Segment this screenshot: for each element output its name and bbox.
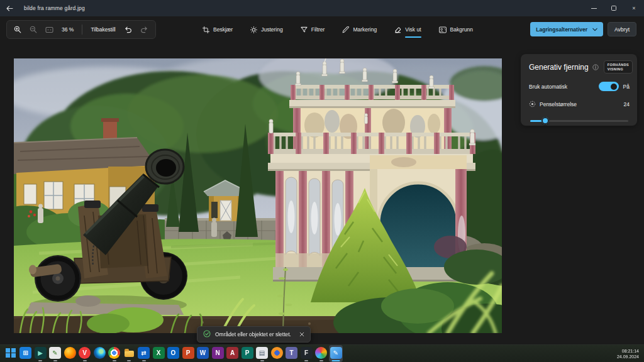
text-editor-icon: ✎ [49, 347, 61, 359]
generative-erase-panel: Generativ fjerning FORHÅNDS VISNING Bruk… [521, 54, 637, 126]
brush-size-label: Penselstørrelse [540, 101, 577, 107]
fit-screen-button[interactable] [45, 26, 53, 33]
minimize-button[interactable] [584, 0, 604, 16]
maximize-icon [611, 6, 616, 11]
taskbar-app-text-editor[interactable]: ✎ [48, 345, 62, 362]
start-icon [5, 347, 17, 359]
photo-canvas[interactable] [14, 58, 502, 333]
tab-label: Markering [353, 26, 377, 33]
zoom-out-button[interactable] [30, 26, 37, 33]
reset-button[interactable]: Tilbakestill [91, 26, 115, 33]
preview-badge-line2: VISNING [608, 67, 629, 72]
save-options-label: Lagringsalternativer [536, 26, 587, 33]
tab-label: Filtrer [311, 26, 325, 33]
window-title: bilde fra ramme gård.jpg [24, 5, 85, 11]
markup-icon [342, 26, 349, 33]
firefox-icon [64, 347, 76, 359]
tab-label: Beskjær [213, 26, 233, 33]
vivaldi-icon: V [79, 347, 91, 359]
taskbar-app-store[interactable]: ⊞ [19, 345, 33, 362]
teamviewer-icon: ⇄ [138, 347, 150, 359]
taskbar-app-edge-browser[interactable] [92, 345, 106, 362]
minimize-icon [591, 8, 597, 9]
taskbar-app-vivaldi[interactable]: V [78, 345, 92, 362]
tab-label: Visk ut [405, 26, 421, 33]
adjust-icon [250, 26, 257, 33]
tab-justering[interactable]: Justering [250, 26, 283, 33]
panel-title: Generativ fjerning [529, 63, 589, 72]
colorful-app-icon [315, 347, 327, 359]
store-icon: ⊞ [19, 347, 31, 359]
undo-button[interactable] [124, 26, 132, 33]
access-icon: A [226, 347, 238, 359]
divider [82, 25, 82, 35]
close-button[interactable]: × [624, 0, 644, 16]
photos-app-window: bilde fra ramme gård.jpg × 36 % Tilbakes… [0, 0, 644, 362]
taskbar-app-powerpoint[interactable]: P [181, 345, 195, 362]
redo-button[interactable] [140, 26, 148, 33]
tab-filtrer[interactable]: Filtrer [301, 26, 325, 33]
tab-beskjaer[interactable]: Beskjær [203, 26, 233, 33]
taskbar-app-word[interactable]: W [196, 345, 210, 362]
taskbar-app-outlook[interactable]: O [167, 345, 180, 362]
preview-badge-line1: FORHÅNDS [608, 63, 629, 67]
tab-bakgrunn[interactable]: Bakgrunn [439, 26, 473, 33]
maximize-button[interactable] [604, 0, 624, 16]
teams-icon: T [286, 347, 297, 359]
tab-visk-ut[interactable]: Visk ut [394, 26, 421, 33]
check-circle-icon [203, 329, 211, 340]
erase-icon [394, 26, 401, 33]
taskbar-app-media-player[interactable]: ▶ [33, 345, 47, 362]
zoom-level-value[interactable]: 36 % [62, 26, 74, 33]
zoom-in-button[interactable] [14, 26, 21, 33]
chevron-down-icon [592, 26, 597, 33]
outlook-icon: O [167, 347, 179, 359]
auto-apply-toggle[interactable] [599, 82, 619, 91]
edge-browser-icon [94, 347, 106, 359]
media-player-icon: ▶ [35, 347, 47, 359]
taskbar-app-access[interactable]: A [226, 345, 240, 362]
arrow-left-icon [6, 3, 13, 14]
taskbar-clock[interactable]: 08:21:14 24.09.2024 [617, 348, 639, 359]
save-options-button[interactable]: Lagringsalternativer [530, 22, 603, 36]
taskbar-app-teamviewer[interactable]: ⇄ [137, 345, 151, 362]
toolbar: 36 % Tilbakestill Beskjær Justering Filt… [0, 16, 644, 48]
taskbar-app-firefox[interactable] [63, 345, 77, 362]
taskbar-app-start[interactable] [4, 345, 18, 362]
taskbar-app-onenote[interactable]: N [211, 345, 225, 362]
success-toast: Området eller objektet er slettet. [197, 326, 311, 343]
taskbar-app-photos-editor[interactable]: ✎ [329, 345, 343, 362]
powerpoint-icon: P [182, 347, 194, 359]
brush-size-icon [529, 99, 536, 110]
slider-thumb[interactable] [541, 117, 549, 124]
cancel-button[interactable]: Avbryt [608, 22, 636, 36]
taskbar-app-paint-app[interactable] [270, 345, 284, 362]
scanner-app-icon: ▤ [256, 347, 268, 359]
toast-close-button[interactable] [299, 332, 304, 337]
preview-badge: FORHÅNDS VISNING [604, 60, 633, 74]
taskbar-app-f-app[interactable]: F [299, 345, 313, 362]
taskbar-app-file-explorer[interactable] [122, 345, 136, 362]
auto-apply-label: Bruk automatisk [529, 84, 567, 90]
info-icon[interactable] [592, 62, 599, 73]
filter-icon [301, 26, 308, 33]
chrome-icon [108, 347, 120, 359]
brush-size-slider[interactable] [529, 117, 630, 124]
taskbar-app-chrome[interactable] [108, 345, 121, 362]
tab-markering[interactable]: Markering [342, 26, 377, 33]
photos-editor-icon: ✎ [330, 347, 342, 359]
cancel-label: Avbryt [614, 26, 630, 33]
taskbar-app-teams[interactable]: T [285, 345, 299, 362]
taskbar-app-scanner-app[interactable]: ▤ [255, 345, 269, 362]
tab-label: Justering [261, 26, 283, 33]
f-app-icon: F [301, 347, 313, 359]
brush-size-value: 24 [624, 101, 630, 107]
titlebar: bilde fra ramme gård.jpg × [0, 0, 644, 16]
editor-tabs: Beskjær Justering Filtrer Markering Visk… [203, 20, 473, 39]
back-button[interactable] [0, 0, 19, 16]
close-icon: × [632, 5, 635, 11]
taskbar-app-publisher[interactable]: P [240, 345, 254, 362]
taskbar-app-colorful-app[interactable] [314, 345, 328, 362]
paint-app-icon [271, 347, 283, 359]
taskbar-app-excel[interactable]: X [152, 345, 165, 362]
